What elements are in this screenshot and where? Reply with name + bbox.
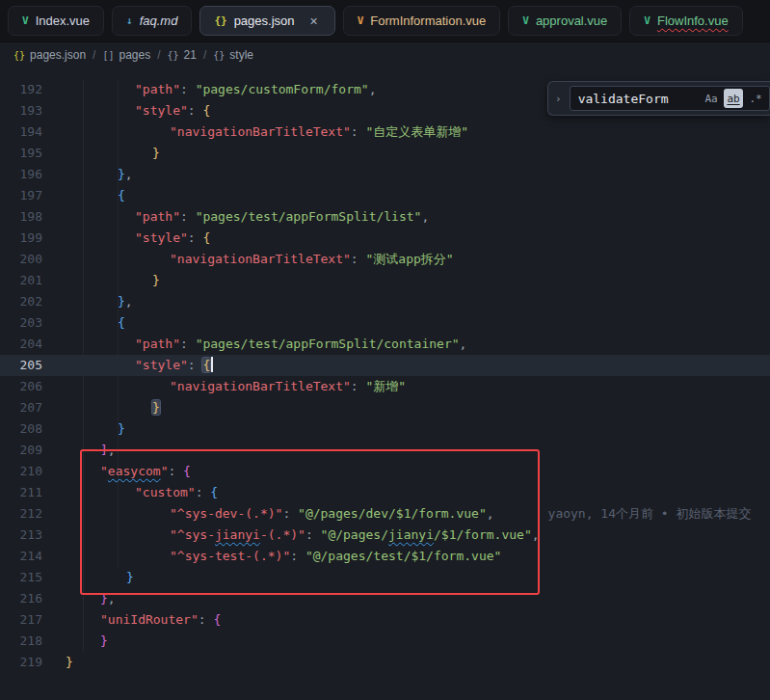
line-number[interactable]: 206 (0, 376, 42, 397)
breadcrumb-item-pages-json[interactable]: {}pages.json (13, 48, 86, 62)
line-number[interactable]: 201 (0, 270, 42, 291)
whole-word-toggle[interactable]: ab (724, 89, 743, 108)
tab-index-vue[interactable]: VIndex.vue (8, 6, 104, 36)
line-number[interactable]: 204 (0, 334, 42, 355)
code-line[interactable]: 205"style": { (0, 355, 770, 376)
code-line[interactable]: 218} (0, 631, 770, 652)
line-number[interactable]: 215 (0, 567, 42, 588)
line-number[interactable]: 200 (0, 249, 42, 270)
breadcrumb-item-style[interactable]: {}style (213, 48, 253, 62)
token: "path" (135, 82, 180, 96)
code-line[interactable]: 210"easycom": { (0, 461, 770, 482)
code-line[interactable]: 212"^sys-dev-(.*)": "@/pages/dev/$1/form… (0, 503, 770, 525)
line-number[interactable]: 208 (0, 418, 42, 440)
tab-flowinfo-vue[interactable]: VFlowInfo.vue (629, 6, 742, 36)
code-line[interactable]: 219} (0, 652, 770, 673)
token: { (210, 485, 218, 499)
line-number[interactable]: 209 (0, 440, 42, 461)
line-number[interactable]: 203 (0, 312, 42, 334)
line-number[interactable]: 214 (0, 546, 42, 567)
code-line[interactable]: 213"^sys-jianyi-(.*)": "@/pages/jianyi/$… (0, 525, 770, 546)
code-line[interactable]: 215} (0, 567, 770, 588)
code-line[interactable]: 207} (0, 397, 770, 418)
token: "path" (135, 337, 180, 351)
code-line[interactable]: 209], (0, 440, 770, 461)
line-number[interactable]: 196 (0, 164, 42, 185)
regex-toggle[interactable]: .* (746, 89, 765, 108)
line-number[interactable]: 199 (0, 228, 42, 249)
toggle-replace-chevron-icon[interactable]: › (553, 91, 564, 107)
token: "@/pages/test/$1/form.vue" (305, 549, 502, 563)
editor[interactable]: 192"path": "pages/customForm/form",193"s… (0, 67, 770, 700)
code-text: { (42, 185, 125, 206)
vue-icon: V (644, 14, 651, 27)
token: { (213, 612, 221, 627)
code-line[interactable]: 201} (0, 270, 770, 291)
code-line[interactable]: 195} (0, 143, 770, 164)
code-line[interactable]: 203{ (0, 312, 770, 334)
code-text: ], (42, 440, 116, 461)
breadcrumb-item-21[interactable]: {}21 (168, 48, 197, 62)
tab-faq-md[interactable]: ↓faq.md (112, 6, 192, 36)
code-line[interactable]: 214"^sys-test-(.*)": "@/pages/test/$1/fo… (0, 546, 770, 567)
line-number[interactable]: 219 (0, 652, 42, 673)
code-text: } (42, 418, 125, 440)
tab-label: FlowInfo.vue (657, 13, 729, 28)
code-line[interactable]: 216}, (0, 588, 770, 609)
line-number[interactable]: 195 (0, 143, 42, 164)
line-number[interactable]: 211 (0, 482, 42, 503)
code-line[interactable]: 208} (0, 418, 770, 440)
breadcrumb-item-pages[interactable]: []pages (102, 48, 150, 62)
token: "@/pages/dev/$1/form.vue" (298, 506, 487, 521)
code-line[interactable]: 206"navigationBarTitleText": "新增" (0, 376, 770, 397)
code-line[interactable]: 194"navigationBarTitleText": "自定义表单新增" (0, 121, 770, 143)
line-number[interactable]: 205 (0, 355, 42, 376)
tab-approval-vue[interactable]: Vapproval.vue (508, 6, 622, 36)
symbol-icon: [] (102, 50, 114, 61)
line-number[interactable]: 217 (0, 609, 42, 631)
token: "uniIdRouter" (100, 612, 199, 627)
token: : (168, 464, 183, 478)
line-number[interactable]: 212 (0, 503, 42, 525)
code-line[interactable]: 204"path": "pages/test/appFormSplit/cont… (0, 334, 770, 355)
token: " (100, 464, 108, 478)
line-number[interactable]: 207 (0, 397, 42, 418)
tab-pages-json[interactable]: {}pages.json× (199, 6, 334, 36)
code-line[interactable]: 217"uniIdRouter": { (0, 609, 770, 631)
token: "style" (135, 230, 188, 245)
token: "^sys-dev-(.*)" (170, 506, 282, 521)
line-number[interactable]: 213 (0, 525, 42, 546)
code-text: } (42, 143, 160, 164)
tab-forminformation-vue[interactable]: VFormInformation.vue (343, 6, 501, 36)
code-line[interactable]: 197{ (0, 185, 770, 206)
match-case-toggle[interactable]: Aa (702, 89, 721, 108)
code-line[interactable]: 211"custom": { (0, 482, 770, 503)
line-number[interactable]: 193 (0, 100, 42, 121)
code-line[interactable]: 202}, (0, 291, 770, 312)
code-line[interactable]: 199"style": { (0, 228, 770, 249)
token: : (290, 549, 305, 563)
token: : (199, 612, 214, 627)
code-line[interactable]: 196}, (0, 164, 770, 185)
token: jianyi (215, 527, 260, 542)
line-number[interactable]: 202 (0, 291, 42, 312)
line-number[interactable]: 218 (0, 631, 42, 652)
code-text: "easycom": { (42, 461, 191, 482)
token: , (108, 591, 116, 606)
code-text: "style": { (42, 228, 210, 249)
line-number[interactable]: 194 (0, 121, 42, 143)
token: } (152, 146, 160, 160)
code-line[interactable]: 198"path": "pages/test/appFormSplit/list… (0, 206, 770, 228)
symbol-icon: {} (168, 50, 179, 61)
line-number[interactable]: 198 (0, 206, 42, 228)
vue-icon: V (22, 14, 29, 27)
line-number[interactable]: 210 (0, 461, 42, 482)
find-input[interactable]: validateForm Aaab.* (570, 86, 770, 111)
close-icon[interactable]: × (307, 13, 321, 29)
tab-label: FormInformation.vue (370, 13, 486, 28)
line-number[interactable]: 216 (0, 588, 42, 609)
line-number[interactable]: 197 (0, 185, 42, 206)
code-text: "style": { (42, 100, 210, 121)
code-line[interactable]: 200"navigationBarTitleText": "测试app拆分" (0, 249, 770, 270)
line-number[interactable]: 192 (0, 79, 42, 100)
